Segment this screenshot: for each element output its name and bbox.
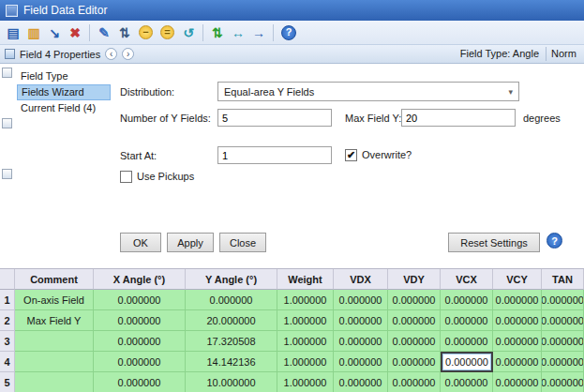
- tools-icon[interactable]: ✎: [95, 23, 113, 42]
- table-cell[interactable]: [15, 331, 94, 352]
- help-icon[interactable]: ?: [281, 25, 296, 40]
- update-icon[interactable]: ⇅: [208, 23, 227, 42]
- minus-circle-icon[interactable]: −: [139, 25, 153, 39]
- titlebar[interactable]: Field Data Editor: [0, 0, 584, 21]
- table-cell[interactable]: 0.000000: [542, 372, 584, 392]
- sidebar-item-field-type[interactable]: Field Type: [17, 68, 111, 84]
- row-number[interactable]: 5: [0, 372, 15, 392]
- workbook-icon[interactable]: ▥: [24, 23, 43, 42]
- chevron-down-icon: ▾: [508, 87, 513, 97]
- table-cell[interactable]: 0.000000: [94, 352, 186, 372]
- undo-icon[interactable]: ↺: [179, 23, 198, 42]
- table-cell[interactable]: On-axis Field: [15, 290, 94, 310]
- column-header: Y Angle (°): [186, 269, 277, 290]
- use-pickups-checkbox[interactable]: Use Pickups: [120, 169, 194, 184]
- field-table: CommentX Angle (°)Y Angle (°)WeightVDXVD…: [0, 268, 584, 392]
- table-cell[interactable]: 0.000000: [493, 290, 542, 310]
- table-cell[interactable]: 0.000000: [441, 310, 493, 331]
- table-cell[interactable]: Max Field Y: [15, 310, 94, 331]
- table-cell[interactable]: 1.000000: [277, 352, 334, 372]
- table-cell[interactable]: 0.000000: [542, 290, 584, 310]
- field-type-readout: Field Type: Angle: [460, 48, 539, 59]
- properties-bar-title: Field 4 Properties: [20, 49, 100, 60]
- max-field-label: Max Field Y:: [345, 109, 401, 128]
- table-cell[interactable]: 0.000000: [334, 372, 388, 392]
- use-pickups-label: Use Pickups: [137, 171, 194, 182]
- checkbox-empty-icon: [120, 171, 132, 183]
- properties-nav: Field TypeFields WizardCurrent Field (4): [17, 68, 111, 116]
- prev-field-button[interactable]: ‹: [105, 48, 117, 60]
- start-at-input[interactable]: [217, 146, 332, 164]
- num-fields-input[interactable]: [217, 109, 332, 127]
- table-cell[interactable]: 0.000000: [493, 331, 542, 352]
- table-cell[interactable]: 0.000000: [334, 331, 388, 352]
- close-button[interactable]: Close: [219, 233, 266, 252]
- table-cell[interactable]: 0.000000: [542, 310, 584, 331]
- column-header: Comment: [15, 269, 94, 290]
- column-header: TAN: [542, 269, 584, 290]
- table-cell[interactable]: [15, 352, 94, 372]
- save-icon[interactable]: ▤: [4, 23, 22, 42]
- table-cell[interactable]: 0.000000: [186, 290, 277, 310]
- row-number[interactable]: 2: [0, 310, 15, 331]
- field-data-editor-window: Field Data Editor ▤▥↘✖✎⇅−=↺⇅↔→? Field 4 …: [0, 0, 584, 392]
- table-cell[interactable]: 0.000000: [542, 331, 584, 352]
- sidebar-item-current-field-4[interactable]: Current Field (4): [17, 100, 111, 116]
- degrees-label: degrees: [523, 109, 561, 128]
- reset-settings-button[interactable]: Reset Settings: [448, 233, 540, 252]
- row-number[interactable]: 3: [0, 331, 15, 352]
- table-cell[interactable]: 0.000000: [94, 310, 186, 331]
- column-header: VDX: [334, 269, 388, 290]
- table-cell[interactable]: 0.000000: [493, 372, 542, 392]
- table-cell[interactable]: 0.000000: [388, 290, 441, 310]
- sort-icon[interactable]: ⇅: [115, 23, 134, 42]
- table-cell[interactable]: 1.000000: [277, 290, 334, 310]
- next-field-button[interactable]: ›: [122, 48, 134, 60]
- table-cell[interactable]: 1.000000: [277, 372, 334, 392]
- apply-button[interactable]: Apply: [167, 233, 214, 252]
- properties-bar: Field 4 Properties ‹ › Field Type: Angle…: [0, 45, 584, 64]
- table-cell[interactable]: 0.000000: [493, 310, 542, 331]
- table-cell[interactable]: 0.000000: [94, 331, 186, 352]
- forward-icon[interactable]: →: [249, 23, 268, 42]
- overwrite-checkbox[interactable]: ✔ Overwrite?: [345, 147, 412, 162]
- table-cell[interactable]: [15, 372, 94, 392]
- table-cell[interactable]: 1.000000: [277, 331, 334, 352]
- selected-cell[interactable]: 0.000000: [441, 352, 493, 372]
- table-cell[interactable]: 10.000000: [186, 372, 277, 392]
- table-cell[interactable]: 0.000000: [441, 290, 493, 310]
- table-cell[interactable]: 0.000000: [94, 290, 186, 310]
- table-cell[interactable]: 0.000000: [493, 352, 542, 372]
- window-title: Field Data Editor: [23, 4, 107, 17]
- table-cell[interactable]: 0.000000: [441, 372, 493, 392]
- table-cell[interactable]: 1.000000: [277, 310, 334, 331]
- sidebar-item-fields-wizard[interactable]: Fields Wizard: [17, 84, 111, 100]
- table-cell[interactable]: 20.000000: [186, 310, 277, 331]
- toolbar-separator: [89, 24, 90, 41]
- table-cell[interactable]: 0.000000: [334, 310, 388, 331]
- distribution-select[interactable]: Equal-area Y Fields ▾: [217, 82, 519, 101]
- table-cell[interactable]: 0.000000: [542, 352, 584, 372]
- insert-row-icon[interactable]: ↘: [45, 23, 64, 42]
- table-cell[interactable]: 17.320508: [186, 331, 277, 352]
- table-cell[interactable]: 0.000000: [388, 310, 441, 331]
- table-cell[interactable]: 0.000000: [388, 352, 441, 372]
- table-cell[interactable]: 0.000000: [334, 290, 388, 310]
- properties-panel-icon[interactable]: [5, 49, 15, 59]
- table-cell[interactable]: 14.142136: [186, 352, 277, 372]
- swap-icon[interactable]: ↔: [229, 23, 247, 42]
- table-cell[interactable]: 0.000000: [334, 352, 388, 372]
- ok-button[interactable]: OK: [120, 233, 161, 252]
- checkmark-icon: ✔: [345, 149, 357, 161]
- delete-row-icon[interactable]: ✖: [66, 23, 84, 42]
- overwrite-label: Overwrite?: [362, 149, 412, 160]
- table-cell[interactable]: 0.000000: [388, 372, 441, 392]
- table-cell[interactable]: 0.000000: [388, 331, 441, 352]
- row-number[interactable]: 1: [0, 290, 15, 310]
- equals-circle-icon[interactable]: =: [160, 25, 174, 39]
- table-cell[interactable]: 0.000000: [94, 372, 186, 392]
- table-cell[interactable]: 0.000000: [441, 331, 493, 352]
- help-icon[interactable]: ?: [547, 233, 562, 249]
- row-number[interactable]: 4: [0, 352, 15, 372]
- max-field-input[interactable]: [401, 109, 516, 127]
